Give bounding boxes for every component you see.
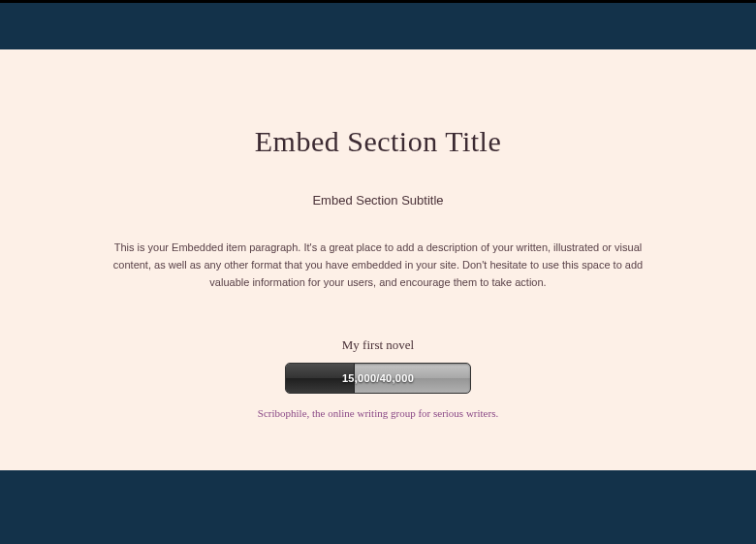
section-subtitle: Embed Section Subtitle bbox=[0, 193, 756, 208]
embed-section: Embed Section Title Embed Section Subtit… bbox=[0, 49, 756, 470]
progress-widget-title: My first novel bbox=[0, 337, 756, 353]
navigation-bar bbox=[0, 3, 756, 49]
section-title: Embed Section Title bbox=[0, 125, 756, 158]
footer-area bbox=[0, 470, 756, 544]
scribophile-link[interactable]: Scribophile, the online writing group fo… bbox=[258, 407, 498, 419]
progress-bar: 15,000/40,000 bbox=[285, 363, 471, 394]
progress-text: 15,000/40,000 bbox=[286, 372, 470, 384]
section-paragraph: This is your Embedded item paragraph. It… bbox=[87, 239, 669, 291]
